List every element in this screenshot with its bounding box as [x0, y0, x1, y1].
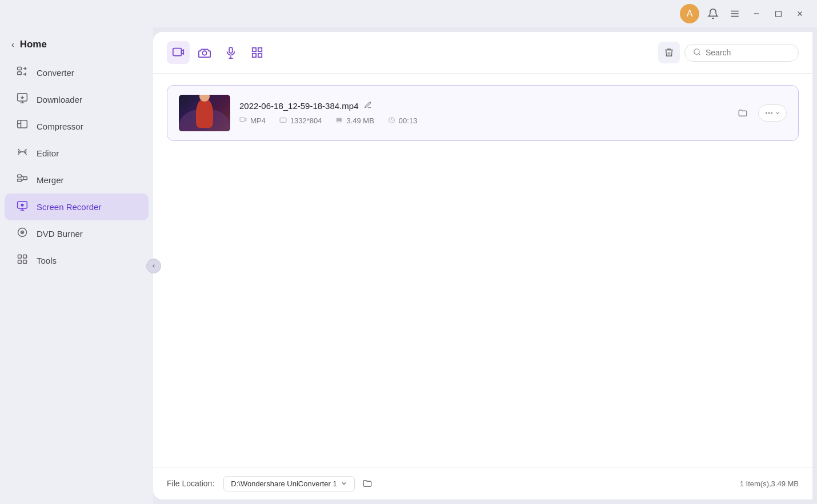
compressor-icon	[16, 119, 29, 134]
file-area: 2022-06-18_12-59-18-384.mp4	[153, 74, 812, 467]
svg-point-37	[768, 112, 769, 113]
dvd-burner-icon	[16, 227, 29, 241]
svg-point-39	[766, 112, 767, 113]
file-edit-icon[interactable]	[364, 101, 372, 111]
app-body: ‹ Home Converter Downloader	[0, 27, 817, 504]
sidebar-item-label-converter: Converter	[37, 68, 74, 78]
footer: File Location: D:\Wondershare UniConvert…	[153, 467, 812, 499]
menu-icon[interactable]	[727, 6, 743, 22]
sidebar-item-downloader[interactable]: Downloader	[5, 86, 149, 113]
format-icon	[239, 116, 247, 126]
sidebar-item-dvd-burner[interactable]: DVD Burner	[5, 220, 149, 247]
svg-point-12	[24, 151, 26, 152]
sidebar-item-label-merger: Merger	[37, 175, 64, 185]
avatar-icon: A	[687, 9, 693, 19]
file-name: 2022-06-18_12-59-18-384.mp4	[239, 101, 358, 111]
search-box	[684, 44, 799, 62]
svg-rect-15	[23, 177, 27, 180]
file-meta: MP4 1332*804	[239, 116, 724, 126]
svg-rect-24	[23, 260, 27, 264]
file-item: 2022-06-18_12-59-18-384.mp4	[167, 85, 799, 141]
sidebar: ‹ Home Converter Downloader	[0, 27, 153, 504]
size-icon	[335, 116, 343, 126]
sidebar-item-label-screen-recorder: Screen Recorder	[37, 202, 101, 212]
tab-camera[interactable]	[193, 41, 216, 64]
duration-icon	[388, 116, 395, 126]
home-label: Home	[20, 39, 47, 50]
sidebar-item-label-editor: Editor	[37, 148, 59, 158]
toolbar-tabs	[167, 41, 269, 64]
tab-mic[interactable]	[219, 41, 242, 64]
svg-point-38	[771, 112, 772, 113]
svg-rect-25	[173, 49, 182, 56]
search-input[interactable]	[706, 48, 786, 57]
svg-point-17	[21, 204, 24, 207]
footer-location: D:\Wondershare UniConverter 1	[223, 475, 375, 491]
svg-point-26	[202, 51, 206, 55]
sidebar-item-editor[interactable]: Editor	[5, 140, 149, 167]
file-actions	[733, 103, 787, 123]
sidebar-item-label-compressor: Compressor	[37, 122, 83, 131]
maximize-button[interactable]	[770, 6, 786, 22]
location-path: D:\Wondershare UniConverter 1	[231, 479, 337, 488]
file-more-button[interactable]	[758, 104, 787, 122]
svg-rect-29	[258, 48, 262, 51]
resolution-icon	[279, 116, 287, 126]
file-info: 2022-06-18_12-59-18-384.mp4	[239, 101, 724, 126]
file-resolution: 1332*804	[279, 116, 322, 126]
file-duration-value: 00:13	[399, 116, 418, 125]
file-duration: 00:13	[388, 116, 418, 126]
file-folder-button[interactable]	[733, 103, 752, 123]
tab-video[interactable]	[167, 41, 190, 64]
back-chevron-icon: ‹	[11, 40, 14, 49]
sidebar-collapse-button[interactable]	[146, 259, 161, 273]
main-content: 2022-06-18_12-59-18-384.mp4	[153, 32, 812, 499]
svg-rect-27	[229, 47, 233, 53]
sidebar-item-screen-recorder[interactable]: Screen Recorder	[5, 193, 149, 220]
location-select[interactable]: D:\Wondershare UniConverter 1	[223, 476, 354, 491]
file-size: 3.49 MB	[335, 116, 374, 126]
svg-rect-14	[18, 179, 22, 182]
svg-point-11	[18, 151, 20, 152]
svg-rect-35	[280, 118, 286, 122]
file-format-value: MP4	[250, 116, 266, 125]
editor-icon	[16, 146, 29, 160]
sidebar-item-compressor[interactable]: Compressor	[5, 113, 149, 140]
file-thumbnail	[179, 95, 230, 131]
minimize-button[interactable]	[748, 6, 764, 22]
file-size-value: 3.49 MB	[346, 116, 374, 125]
tab-grid[interactable]	[246, 41, 269, 64]
downloader-icon	[16, 92, 29, 107]
svg-point-32	[694, 49, 699, 54]
notification-bell-icon[interactable]	[705, 6, 721, 22]
sidebar-item-merger[interactable]: Merger	[5, 167, 149, 193]
svg-rect-34	[240, 118, 245, 122]
sidebar-item-tools[interactable]: Tools	[5, 247, 149, 274]
tools-icon	[16, 253, 29, 268]
file-location-label: File Location:	[167, 479, 214, 488]
footer-count: 1 Item(s),3.49 MB	[740, 479, 799, 488]
svg-rect-28	[253, 48, 256, 51]
avatar-button[interactable]: A	[680, 4, 699, 23]
svg-rect-30	[253, 54, 256, 57]
trash-button[interactable]	[658, 42, 680, 63]
svg-point-20	[22, 232, 23, 233]
title-bar: A	[0, 0, 817, 27]
svg-rect-8	[18, 72, 22, 75]
sidebar-item-converter[interactable]: Converter	[5, 59, 149, 86]
sidebar-item-label-downloader: Downloader	[37, 95, 82, 104]
merger-icon	[16, 173, 29, 187]
svg-rect-10	[18, 120, 27, 128]
svg-rect-23	[18, 260, 22, 264]
location-folder-button[interactable]	[359, 475, 375, 491]
converter-icon	[16, 66, 29, 80]
title-bar-actions: A	[680, 4, 808, 23]
svg-rect-22	[23, 255, 27, 259]
svg-rect-4	[775, 11, 781, 17]
sidebar-home[interactable]: ‹ Home	[0, 34, 153, 59]
search-icon	[693, 48, 701, 58]
file-name-row: 2022-06-18_12-59-18-384.mp4	[239, 101, 724, 111]
file-format: MP4	[239, 116, 266, 126]
close-button[interactable]	[792, 6, 808, 22]
screen-recorder-icon	[16, 200, 29, 214]
